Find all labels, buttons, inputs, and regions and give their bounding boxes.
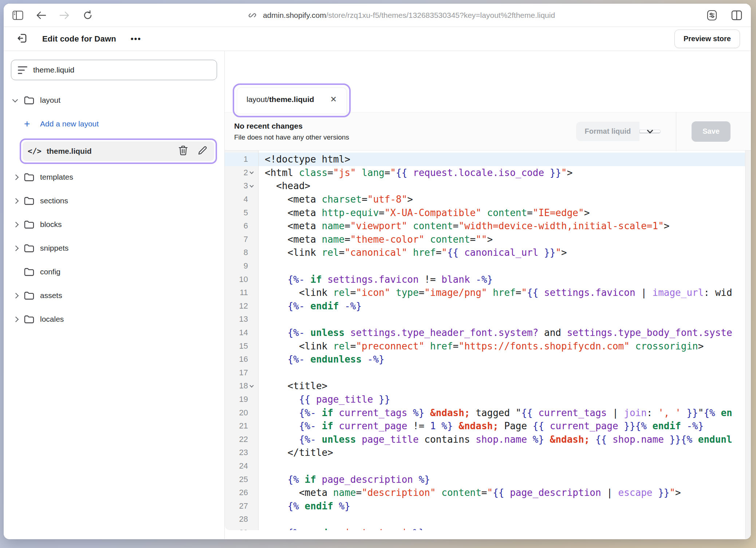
code-line[interactable]: <link rel="preconnect" href="https://fon… xyxy=(265,339,751,353)
split-view-icon[interactable] xyxy=(731,9,743,21)
sidebar-item-assets[interactable]: assets xyxy=(11,286,217,305)
reload-icon[interactable] xyxy=(82,9,94,21)
code-line[interactable]: <meta name="theme-color" content=""> xyxy=(265,233,751,246)
code-line[interactable]: {%- if current_tags %} &ndash; tagged "{… xyxy=(265,406,751,419)
code-line[interactable]: </title> xyxy=(265,446,751,459)
sidebar-item-blocks[interactable]: blocks xyxy=(11,215,217,234)
overflow-menu-icon[interactable]: ••• xyxy=(131,34,141,44)
chevron-down-icon[interactable] xyxy=(12,97,18,102)
line-number: 23 xyxy=(225,446,258,459)
fold-toggle-icon[interactable] xyxy=(249,383,253,387)
chevron-right-icon[interactable] xyxy=(13,293,19,298)
line-number: 27 xyxy=(225,499,258,513)
sidebar-toggle-icon[interactable] xyxy=(12,9,24,21)
code-line[interactable]: <link rel="canonical" href="{{ canonical… xyxy=(265,246,751,259)
line-number: 5 xyxy=(225,206,258,219)
code-line[interactable] xyxy=(265,313,751,326)
line-number: 22 xyxy=(225,432,258,446)
save-button[interactable]: Save xyxy=(692,121,731,142)
browser-toolbar: admin.shopify.com/store/rzq1xu-f5/themes… xyxy=(4,4,751,27)
exit-icon[interactable] xyxy=(17,33,28,45)
chevron-right-icon[interactable] xyxy=(13,222,19,227)
code-line[interactable]: {%- unless settings.type_header_font.sys… xyxy=(265,326,751,340)
tree-item-label: Add a new layout xyxy=(40,120,99,128)
address-bar[interactable]: admin.shopify.com/store/rzq1xu-f5/themes… xyxy=(105,9,696,21)
format-liquid-caret-button[interactable] xyxy=(639,130,661,133)
code-line[interactable]: <meta charset="utf-8"> xyxy=(265,193,751,206)
line-number: 28 xyxy=(225,513,258,526)
file-sidebar: theme.liquid layout+Add a new layout</>t… xyxy=(4,51,225,539)
code-line[interactable]: {%- if settings.favicon != blank -%} xyxy=(265,273,751,286)
tab-bar: layout/theme.liquid ✕ xyxy=(225,51,751,112)
tab-layout-theme-liquid[interactable]: layout/theme.liquid ✕ xyxy=(237,87,347,113)
code-line[interactable]: <meta name="description" content="{{ pag… xyxy=(265,486,751,500)
code-line[interactable] xyxy=(265,366,751,380)
line-number: 12 xyxy=(225,300,258,313)
sidebar-item-add-a-new-layout[interactable]: +Add a new layout xyxy=(24,115,217,133)
chevron-slot xyxy=(11,246,24,250)
file-search-input[interactable]: theme.liquid xyxy=(11,60,217,80)
line-number: 8 xyxy=(225,246,258,259)
code-line[interactable]: <meta name="viewport" content="width=dev… xyxy=(265,219,751,233)
scrollbar-track[interactable] xyxy=(745,150,751,539)
sidebar-item-layout[interactable]: layout xyxy=(11,91,217,109)
code-line[interactable]: {{ page_title }} xyxy=(265,393,751,406)
trash-icon[interactable] xyxy=(178,145,188,157)
chevron-right-icon[interactable] xyxy=(13,198,19,204)
code-line[interactable] xyxy=(265,513,751,526)
line-number: 16 xyxy=(225,353,258,366)
format-liquid-button[interactable]: Format liquid xyxy=(576,122,640,141)
code-editor: 1234567891011121314151617181920212223242… xyxy=(225,150,751,539)
sidebar-item-snippets[interactable]: snippets xyxy=(11,239,217,257)
line-number: 14 xyxy=(225,326,258,340)
back-icon[interactable] xyxy=(35,9,47,21)
code-line[interactable] xyxy=(265,459,751,473)
folder-icon xyxy=(24,244,40,253)
page-title: Edit code for Dawn xyxy=(42,34,116,44)
code-line[interactable]: <html class="js" lang="{{ request.locale… xyxy=(265,166,751,180)
code-pane[interactable]: <!doctype html><html class="js" lang="{{… xyxy=(259,150,751,530)
code-line[interactable]: {%- endunless -%} xyxy=(265,353,751,366)
sidebar-item-theme-liquid[interactable]: </>theme.liquid xyxy=(23,141,214,161)
chevron-right-icon[interactable] xyxy=(13,245,19,251)
folder-icon xyxy=(24,96,40,105)
version-subtitle: File does not have any other versions xyxy=(234,133,349,141)
code-line[interactable] xyxy=(265,259,751,273)
line-number: 29 xyxy=(225,526,258,530)
tab-annotation-ring: layout/theme.liquid ✕ xyxy=(233,83,351,117)
code-file-icon: </> xyxy=(28,147,42,156)
code-line[interactable]: {% endif %} xyxy=(265,499,751,513)
sidebar-item-config[interactable]: config xyxy=(11,263,217,281)
fold-toggle-icon[interactable] xyxy=(249,170,253,174)
sidebar-item-sections[interactable]: sections xyxy=(11,192,217,210)
chevron-slot xyxy=(11,294,24,298)
code-line[interactable]: {% if page_description %} xyxy=(265,473,751,486)
chevron-slot xyxy=(11,99,24,102)
code-line[interactable]: {%- endif -%} xyxy=(265,300,751,313)
preview-store-button[interactable]: Preview store xyxy=(674,30,740,48)
code-line[interactable]: {% render 'meta-tags' %} xyxy=(265,526,751,530)
chevron-right-icon[interactable] xyxy=(13,174,19,180)
plus-icon: + xyxy=(24,119,40,129)
code-line[interactable]: <meta http-equiv="X-UA-Compatible" conte… xyxy=(265,206,751,219)
folder-icon xyxy=(24,267,40,276)
code-line[interactable]: <head> xyxy=(265,179,751,193)
page-settings-icon[interactable] xyxy=(706,9,718,21)
tree-item-label: assets xyxy=(40,291,62,300)
sidebar-item-locales[interactable]: locales xyxy=(11,310,217,328)
fold-toggle-icon[interactable] xyxy=(249,183,253,187)
url-text: admin.shopify.com/store/rzq1xu-f5/themes… xyxy=(263,11,555,20)
pencil-icon[interactable] xyxy=(197,145,208,157)
code-line[interactable]: <link rel="icon" type="image/png" href="… xyxy=(265,286,751,300)
chevron-right-icon[interactable] xyxy=(13,316,19,322)
url-host: admin.shopify.com xyxy=(263,11,326,19)
code-line[interactable]: <title> xyxy=(265,379,751,393)
format-liquid-button-group: Format liquid xyxy=(576,121,661,142)
tab-close-icon[interactable]: ✕ xyxy=(330,95,337,103)
code-line[interactable]: {%- unless page_title contains shop.name… xyxy=(265,432,751,446)
sidebar-item-templates[interactable]: templates xyxy=(11,168,217,186)
line-number: 25 xyxy=(225,473,258,486)
line-number: 17 xyxy=(225,366,258,380)
code-line[interactable]: <!doctype html> xyxy=(259,153,751,166)
code-line[interactable]: {%- if current_page != 1 %} &ndash; Page… xyxy=(265,419,751,433)
